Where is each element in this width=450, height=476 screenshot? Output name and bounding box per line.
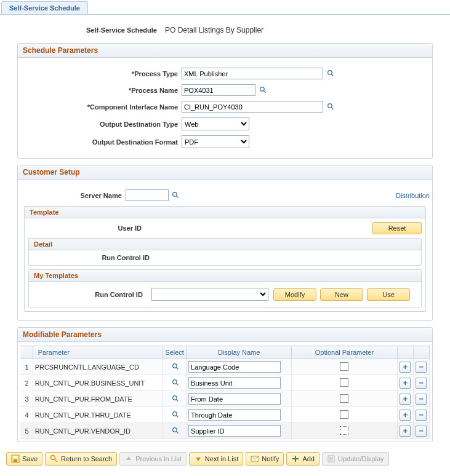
- parameter-cell: PRCSRUNCNTL.LANGUAGE_CD: [33, 359, 163, 375]
- process-name-input[interactable]: [182, 84, 255, 96]
- optional-checkbox[interactable]: [340, 378, 348, 387]
- update-icon: [327, 454, 335, 463]
- process-type-input[interactable]: [182, 68, 323, 79]
- lookup-icon[interactable]: [258, 85, 268, 95]
- table-row: 1PRCSRUNCNTL.LANGUAGE_CD+−: [20, 359, 430, 375]
- search-icon: [50, 454, 58, 463]
- add-row-button[interactable]: +: [400, 362, 411, 373]
- parameter-cell: RUN_CNTL_PUR.BUSINESS_UNIT: [33, 375, 163, 391]
- display-name-input[interactable]: [188, 377, 281, 389]
- my-templates-group: My Templates Run Control ID Modify New U…: [28, 269, 422, 307]
- lookup-icon[interactable]: [326, 102, 335, 112]
- delete-row-button[interactable]: −: [416, 410, 427, 421]
- add-row-button[interactable]: +: [400, 410, 411, 421]
- delete-row-button[interactable]: −: [416, 394, 427, 405]
- ci-name-input[interactable]: [182, 101, 323, 113]
- distribution-link[interactable]: Distribution: [396, 192, 430, 199]
- svg-line-15: [176, 415, 178, 417]
- add-icon: [291, 454, 300, 463]
- svg-line-17: [176, 431, 178, 433]
- delete-row-button[interactable]: −: [416, 362, 427, 373]
- lookup-icon[interactable]: [171, 426, 181, 435]
- modifiable-parameters-title: Modifiable Parameters: [18, 328, 432, 342]
- lookup-icon[interactable]: [171, 191, 180, 200]
- optional-checkbox[interactable]: [340, 362, 348, 371]
- svg-point-0: [327, 71, 332, 75]
- svg-line-5: [331, 107, 333, 109]
- next-in-list-button[interactable]: Next in List: [189, 452, 243, 466]
- return-to-search-button[interactable]: Return to Search: [45, 452, 117, 466]
- svg-line-7: [176, 196, 178, 197]
- lookup-icon[interactable]: [171, 394, 181, 403]
- optional-checkbox[interactable]: [340, 426, 348, 435]
- parameter-cell: RUN_CNTL_PUR.THRU_DATE: [33, 407, 163, 423]
- col-select: Select: [163, 346, 187, 359]
- svg-point-16: [173, 427, 177, 432]
- new-button[interactable]: New: [320, 288, 363, 301]
- my-templates-title: My Templates: [29, 270, 421, 282]
- delete-row-button[interactable]: −: [416, 378, 427, 389]
- display-name-input[interactable]: [188, 393, 281, 405]
- add-row-button[interactable]: +: [400, 378, 411, 389]
- optional-checkbox[interactable]: [340, 410, 348, 419]
- ci-name-label: *Component Interface Name: [20, 103, 182, 111]
- svg-rect-19: [13, 456, 18, 458]
- template-group: Template User ID Reset Detail Run Contro…: [24, 206, 426, 312]
- notify-button[interactable]: Notify: [246, 452, 284, 466]
- svg-point-10: [173, 379, 177, 384]
- optional-checkbox[interactable]: [340, 394, 348, 403]
- col-parameter: Parameter: [33, 346, 163, 359]
- modifiable-parameters-group: Modifiable Parameters Parameter Select D…: [17, 327, 433, 442]
- row-number: 2: [20, 375, 33, 391]
- svg-rect-25: [292, 458, 299, 459]
- dest-format-label: Output Destination Format: [20, 138, 182, 146]
- col-optional: Optional Parameter: [292, 346, 397, 359]
- row-number: 4: [20, 407, 33, 423]
- row-number: 1: [20, 359, 33, 375]
- svg-point-2: [260, 87, 264, 92]
- dest-format-select[interactable]: PDF: [182, 135, 249, 148]
- schedule-parameters-title: Schedule Parameters: [18, 44, 432, 58]
- modify-button[interactable]: Modify: [273, 288, 316, 301]
- save-button[interactable]: Save: [6, 452, 42, 466]
- svg-point-8: [173, 363, 177, 368]
- svg-point-14: [173, 411, 177, 416]
- notify-icon: [251, 454, 259, 463]
- lookup-icon[interactable]: [171, 410, 181, 419]
- parameter-cell: RUN_CNTL_PUR.VENDOR_ID: [33, 423, 163, 439]
- svg-point-6: [173, 192, 177, 197]
- server-name-input[interactable]: [126, 189, 169, 201]
- reset-button[interactable]: Reset: [372, 222, 422, 234]
- detail-group: Detail Run Control ID: [28, 238, 422, 266]
- svg-point-4: [327, 104, 332, 108]
- update-display-button: Update/Display: [322, 452, 389, 466]
- svg-line-9: [176, 367, 178, 369]
- template-title: Template: [25, 207, 425, 218]
- use-button[interactable]: Use: [367, 288, 410, 301]
- parameters-table: Parameter Select Display Name Optional P…: [20, 346, 430, 439]
- lookup-icon[interactable]: [326, 69, 335, 79]
- arrow-up-icon: [124, 454, 133, 463]
- svg-line-3: [263, 90, 265, 92]
- lookup-icon[interactable]: [171, 378, 181, 387]
- save-icon: [11, 454, 20, 463]
- previous-in-list-button: Previous in List: [119, 452, 187, 466]
- svg-line-22: [55, 459, 57, 462]
- page-title-value: PO Detail Listings By Supplier: [165, 26, 263, 34]
- svg-point-12: [173, 395, 177, 400]
- tab-self-service-schedule[interactable]: Self-Service Schedule: [1, 1, 88, 14]
- dest-type-select[interactable]: Web: [182, 117, 249, 130]
- detail-title: Detail: [29, 239, 421, 250]
- lookup-icon[interactable]: [171, 362, 181, 371]
- table-row: 2RUN_CNTL_PUR.BUSINESS_UNIT+−: [20, 375, 430, 391]
- display-name-input[interactable]: [188, 409, 281, 421]
- add-row-button[interactable]: +: [400, 394, 411, 405]
- detail-run-control-label: Run Control ID: [33, 254, 150, 261]
- customer-setup-group: Customer Setup Server Name Distribution …: [17, 165, 433, 321]
- add-button[interactable]: Add: [286, 452, 319, 466]
- add-row-button[interactable]: +: [400, 426, 411, 437]
- display-name-input[interactable]: [188, 425, 281, 437]
- delete-row-button[interactable]: −: [416, 426, 427, 437]
- display-name-input[interactable]: [188, 361, 281, 373]
- mytpl-run-control-select[interactable]: [151, 288, 268, 301]
